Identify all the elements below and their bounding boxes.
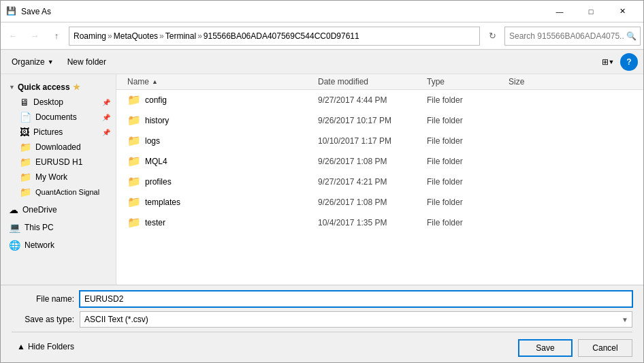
sidebar-item-thispc[interactable]: 💻 This PC [1, 220, 116, 235]
save-button[interactable]: Save [518, 339, 573, 357]
search-input[interactable] [504, 27, 641, 46]
file-date-cell: 9/26/2017 10:17 PM [312, 114, 421, 127]
sidebar-item-downloaded[interactable]: 📁 Downloaded [1, 140, 116, 155]
file-name: config [145, 95, 167, 105]
file-type-cell: File folder [421, 195, 503, 209]
file-date-cell: 10/4/2017 1:35 PM [312, 216, 421, 230]
col-date-label: Date modified [318, 77, 368, 86]
desktop-pin-icon: 📌 [102, 99, 110, 106]
table-row[interactable]: 📁 tester 10/4/2017 1:35 PM File folder [116, 212, 643, 233]
savetype-select[interactable]: ASCII Text (*.csv) [80, 311, 632, 328]
file-size-cell [503, 200, 571, 204]
window-icon: 💾 [6, 6, 17, 17]
table-row[interactable]: 📁 logs 10/10/2017 1:17 PM File folder [116, 131, 643, 151]
file-size-cell [503, 221, 571, 225]
sidebar-item-pictures[interactable]: 🖼 Pictures 📌 [1, 125, 116, 140]
minimize-button[interactable]: — [544, 1, 575, 22]
table-row[interactable]: 📁 config 9/27/2017 4:44 PM File folder [116, 90, 643, 110]
cancel-button[interactable]: Cancel [578, 339, 632, 357]
col-header-date[interactable]: Date modified [312, 74, 421, 89]
file-name-cell: 📁 profiles [122, 173, 312, 190]
onedrive-icon: ☁ [9, 204, 18, 215]
folder-icon: 📁 [127, 134, 141, 147]
sidebar-item-network[interactable]: 🌐 Network [1, 238, 116, 253]
maximize-button[interactable]: □ [575, 1, 607, 22]
savetype-row: Save as type: ASCII Text (*.csv) ▼ [12, 311, 632, 328]
col-name-label: Name [127, 77, 149, 86]
title-bar: 💾 Save As — □ ✕ [1, 1, 643, 22]
file-name-cell: 📁 templates [122, 193, 312, 210]
hide-folders-label: Hide Folders [28, 342, 74, 351]
refresh-button[interactable]: ↻ [483, 27, 502, 46]
file-type-cell: File folder [421, 134, 503, 148]
mywork-label: My Work [35, 172, 67, 182]
documents-icon: 📄 [20, 112, 31, 123]
help-button[interactable]: ? [620, 53, 638, 71]
new-folder-label: New folder [67, 57, 106, 67]
search-wrapper: 🔍 [504, 27, 641, 46]
sidebar-item-documents[interactable]: 📄 Documents 📌 [1, 110, 116, 125]
filename-label: File name: [12, 294, 80, 304]
file-name-cell: 📁 config [122, 91, 312, 108]
forward-button[interactable]: → [25, 27, 44, 46]
toolbar: Organize ▼ New folder ⊞ ▼ ? [1, 50, 643, 74]
file-name: history [145, 116, 169, 125]
sidebar-item-onedrive[interactable]: ☁ OneDrive [1, 202, 116, 217]
file-size-cell [503, 139, 571, 143]
network-icon: 🌐 [9, 240, 20, 251]
file-date-cell: 9/26/2017 1:08 PM [312, 155, 421, 168]
table-row[interactable]: 📁 profiles 9/27/2017 4:21 PM File folder [116, 172, 643, 192]
filename-input[interactable] [80, 291, 632, 307]
file-name: profiles [145, 177, 172, 187]
close-button[interactable]: ✕ [607, 1, 638, 22]
table-row[interactable]: 📁 history 9/26/2017 10:17 PM File folder [116, 110, 643, 131]
file-name: MQL4 [145, 157, 167, 166]
quantaction-label: QuantAction Signal [35, 188, 99, 196]
file-list-header: Name ▲ Date modified Type Size [116, 74, 643, 90]
back-button[interactable]: ← [3, 27, 22, 46]
documents-pin-icon: 📌 [102, 114, 110, 121]
pictures-label: Pictures [33, 127, 63, 137]
quick-access-star: ★ [73, 82, 80, 92]
col-header-size[interactable]: Size [503, 74, 571, 89]
file-date-cell: 9/27/2017 4:21 PM [312, 175, 421, 189]
quick-access-section: ▼ Quick access ★ 🖥 Desktop 📌 📄 Documents… [1, 80, 116, 200]
new-folder-button[interactable]: New folder [62, 53, 112, 71]
file-list: Name ▲ Date modified Type Size 📁 config [116, 74, 643, 285]
onedrive-label: OneDrive [22, 205, 57, 215]
view-button[interactable]: ⊞ ▼ [598, 53, 617, 71]
desktop-label: Desktop [33, 97, 63, 107]
main-content: ▼ Quick access ★ 🖥 Desktop 📌 📄 Documents… [1, 74, 643, 285]
bottom-form: File name: Save as type: ASCII Text (*.c… [1, 285, 643, 362]
form-buttons: Save Cancel [518, 339, 632, 357]
folder-icon: 📁 [127, 195, 141, 208]
hide-folders-btn[interactable]: ▲ Hide Folders [12, 339, 80, 354]
file-name: templates [145, 198, 180, 207]
window-title: Save As [21, 7, 544, 16]
quick-access-header[interactable]: ▼ Quick access ★ [1, 80, 116, 95]
table-row[interactable]: 📁 MQL4 9/26/2017 1:08 PM File folder [116, 151, 643, 172]
path-terminal: Terminal [165, 31, 196, 41]
address-path[interactable]: Roaming » MetaQuotes » Terminal » 915566… [69, 27, 480, 46]
col-header-type[interactable]: Type [421, 74, 503, 89]
sidebar-item-mywork[interactable]: 📁 My Work [1, 170, 116, 185]
path-metaquotes: MetaQuotes [114, 31, 158, 41]
file-type-cell: File folder [421, 175, 503, 189]
sidebar-item-eurusd[interactable]: 📁 EURUSD H1 [1, 155, 116, 170]
file-date-cell: 10/10/2017 1:17 PM [312, 134, 421, 148]
table-row[interactable]: 📁 templates 9/26/2017 1:08 PM File folde… [116, 192, 643, 212]
up-button[interactable]: ↑ [47, 27, 66, 46]
file-type-cell: File folder [421, 216, 503, 230]
thispc-label: This PC [25, 223, 54, 232]
organize-button[interactable]: Organize ▼ [6, 53, 59, 71]
file-size-cell [503, 98, 571, 102]
onedrive-section: ☁ OneDrive [1, 202, 116, 217]
desktop-icon: 🖥 [20, 97, 29, 108]
thispc-section: 💻 This PC [1, 220, 116, 235]
sidebar-item-quantaction[interactable]: 📁 QuantAction Signal [1, 185, 116, 200]
sidebar-item-desktop[interactable]: 🖥 Desktop 📌 [1, 95, 116, 110]
organize-label: Organize [12, 57, 45, 67]
folder-icon: 📁 [127, 93, 141, 106]
col-header-name[interactable]: Name ▲ [122, 74, 312, 89]
file-type-cell: File folder [421, 155, 503, 168]
